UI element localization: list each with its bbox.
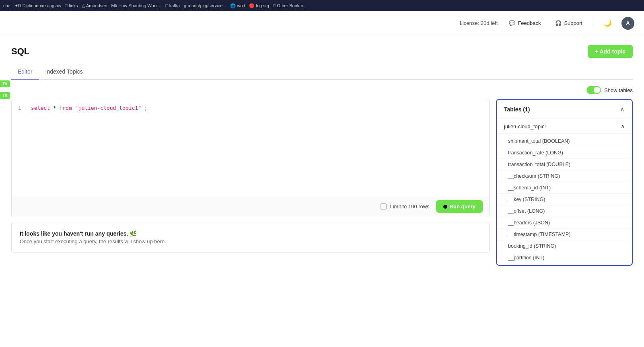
sql-punct: ; bbox=[144, 105, 148, 111]
support-button[interactable]: 🎧 Support bbox=[552, 18, 586, 28]
main-content: SQL + Add topic Editor Indexed Topics Sh… bbox=[0, 35, 644, 275]
column-key: __key (STRING) bbox=[497, 194, 632, 205]
page-title: SQL bbox=[11, 46, 29, 57]
editor-area: 1 select * from "julien-cloud_topic1" ; bbox=[11, 99, 490, 253]
browser-tab[interactable]: Mk How Sharding Work... bbox=[111, 3, 162, 8]
content-layout: 1 select * from "julien-cloud_topic1" ; bbox=[11, 99, 633, 266]
column-partition: __partition (INT) bbox=[497, 252, 632, 263]
add-topic-button[interactable]: + Add topic bbox=[588, 45, 633, 58]
tables-sidebar: Tables (1) ∧ julien-cloud_topic1 ∧ shipm… bbox=[496, 99, 633, 266]
avatar[interactable]: A bbox=[621, 17, 634, 30]
theme-toggle-button[interactable]: 🌙 bbox=[602, 18, 613, 29]
browser-tab[interactable]: 🔴 log stg bbox=[249, 3, 269, 8]
empty-results-title: It looks like you haven't run any querie… bbox=[20, 230, 481, 237]
tables-header: Tables (1) ∧ bbox=[497, 100, 632, 119]
run-dot-icon bbox=[443, 205, 447, 209]
nav-separator bbox=[594, 18, 594, 28]
table-expand-icon[interactable]: ∧ bbox=[621, 123, 625, 129]
sql-line-1: 1 select * from "julien-cloud_topic1" ; bbox=[18, 104, 483, 113]
empty-results-subtitle: Once you start executing a query, the re… bbox=[20, 238, 481, 244]
sql-keyword-from: from bbox=[59, 105, 72, 111]
toggle-knob bbox=[594, 87, 600, 93]
limit-rows-label: Limit to 100 rows bbox=[390, 203, 429, 209]
column-headers: __headers (JSON) bbox=[497, 217, 632, 229]
browser-tab[interactable]: □ kafka bbox=[165, 3, 180, 8]
column-transaction-rate: transaction_rate (LONG) bbox=[497, 147, 632, 159]
run-query-button[interactable]: Run query bbox=[436, 200, 483, 213]
browser-tab[interactable]: △ Amundsen bbox=[82, 3, 107, 8]
browser-tab[interactable]: ✦R Dictionnaire anglais bbox=[14, 3, 61, 8]
sql-code: select * from "julien-cloud_topic1" ; bbox=[31, 104, 148, 113]
feedback-button[interactable]: 💬 Feedback bbox=[506, 18, 544, 28]
empty-results-panel: It looks like you haven't run any querie… bbox=[11, 222, 490, 253]
tab-indexed-topics[interactable]: Indexed Topics bbox=[39, 64, 89, 80]
support-icon: 🎧 bbox=[555, 20, 562, 26]
sql-keyword-select: select bbox=[31, 105, 50, 111]
show-tables-label: Show tables bbox=[604, 87, 633, 93]
browser-tab[interactable]: □ Other Bookm... bbox=[273, 3, 307, 8]
column-offset: __offset (LONG) bbox=[497, 205, 632, 217]
column-timestamp: __timestamp (TIMESTAMP) bbox=[497, 229, 632, 240]
browser-tab[interactable]: che bbox=[3, 3, 10, 8]
browser-tab[interactable]: □ links bbox=[65, 3, 78, 8]
table-columns: shipment_total (BOOLEAN) transaction_rat… bbox=[497, 134, 632, 265]
tabs: Editor Indexed Topics bbox=[11, 64, 633, 80]
tab-editor[interactable]: Editor bbox=[11, 64, 39, 80]
sql-string: "julien-cloud_topic1" bbox=[75, 105, 141, 111]
sql-editor-body[interactable]: 1 select * from "julien-cloud_topic1" ; bbox=[12, 99, 489, 196]
editor-toolbar: Limit to 100 rows Run query bbox=[12, 196, 489, 217]
line-number: 1 bbox=[18, 104, 25, 113]
column-transaction-total: transaction_total (DOUBLE) bbox=[497, 159, 632, 170]
column-schema-id: __schema_id (INT) bbox=[497, 182, 632, 194]
beta-tag-1[interactable]: TA bbox=[0, 80, 10, 87]
feedback-icon: 💬 bbox=[509, 20, 515, 26]
license-text: License: 20d left bbox=[460, 20, 498, 26]
browser-chrome: che ✦R Dictionnaire anglais □ links △ Am… bbox=[0, 0, 644, 11]
table-item-name: julien-cloud_topic1 bbox=[504, 123, 547, 129]
tables-title: Tables (1) bbox=[504, 106, 530, 113]
table-item-header[interactable]: julien-cloud_topic1 ∧ bbox=[497, 119, 632, 134]
limit-rows-checkbox[interactable] bbox=[381, 203, 387, 209]
column-shipment-total: shipment_total (BOOLEAN) bbox=[497, 136, 632, 147]
limit-rows-control: Limit to 100 rows bbox=[381, 203, 429, 209]
sql-editor[interactable]: 1 select * from "julien-cloud_topic1" ; bbox=[11, 99, 490, 217]
app-container: TA TA License: 20d left 💬 Feedback 🎧 Sup… bbox=[0, 11, 644, 347]
show-tables-toggle[interactable] bbox=[586, 86, 601, 94]
show-tables-area: Show tables bbox=[11, 86, 633, 94]
column-booking-id: booking_id (STRING) bbox=[497, 240, 632, 252]
tables-collapse-icon[interactable]: ∧ bbox=[620, 105, 625, 113]
left-sidebar: TA TA bbox=[0, 80, 10, 99]
browser-tab[interactable]: grafana/pkg/service... bbox=[184, 3, 226, 8]
beta-tag-2[interactable]: TA bbox=[0, 92, 10, 99]
page-header: SQL + Add topic bbox=[11, 45, 633, 58]
column-checksum: __checksum (STRING) bbox=[497, 170, 632, 182]
sql-punct: * bbox=[53, 105, 60, 111]
browser-tab[interactable]: 🌐 wod bbox=[230, 3, 245, 8]
top-nav: License: 20d left 💬 Feedback 🎧 Support 🌙… bbox=[0, 11, 644, 35]
